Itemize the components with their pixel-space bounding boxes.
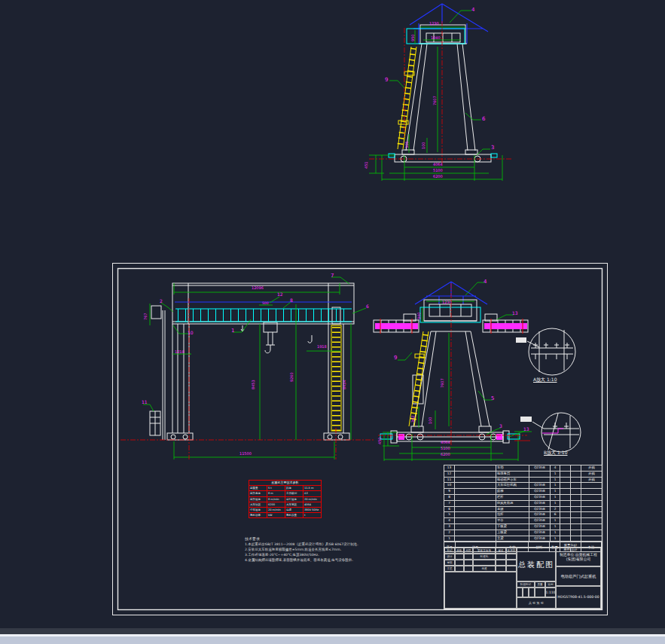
dim-label: 4064 <box>433 163 443 166</box>
dim-label: 1918 <box>317 345 327 349</box>
dim-label: 13 <box>523 427 529 432</box>
tb-mark-cell: 更改文件号 <box>473 548 496 554</box>
bom-row: 7防风夹轨器Q235B1 <box>444 500 602 506</box>
drawing-scale: 1:110 <box>545 588 556 597</box>
titleblock-area: 13车挡Q235B4外购12电缆卷筒1外购11电动葫芦小车1外购10大车运行机构… <box>444 465 602 609</box>
tech-spec-table: 起重机主要技术参数起重量5 t跨度11.5 m起升高度8 m工作级别A3起升速度… <box>249 480 322 518</box>
dim-label: 5100 <box>441 447 450 450</box>
tech-table-row: 起升速度8 m/min运行速度20 m/min <box>249 496 321 502</box>
cad-drawing-canvas: 4123095010409760761003053451406451006200… <box>0 0 665 644</box>
note-line: 4.金属结构焊后清除焊渣,表面除锈并涂底漆、面漆各两道,电气设备除外。 <box>245 557 395 563</box>
tech-table-row: 大车轨距6200大车基距4064 <box>249 502 321 507</box>
dim-label: 451 <box>365 161 368 169</box>
dim-label: 8453 <box>252 380 255 389</box>
tb-check: 审核 <box>444 560 455 566</box>
detail-b <box>514 413 581 452</box>
tb-mark-cell: 处数 <box>455 548 464 554</box>
bom-row: 3下横梁Q235B1 <box>444 523 602 530</box>
dim-label: 3 <box>499 424 502 429</box>
product-name: 电动葫芦门式起重机 <box>556 566 601 585</box>
bom-row: 2上横梁Q235B1 <box>444 530 602 536</box>
dim-label: 2 <box>160 299 163 304</box>
dim-label: 4 <box>471 8 474 13</box>
taskbar-strip <box>0 636 665 644</box>
dim-label: 8434 <box>343 380 346 389</box>
dim-label: 3 <box>491 145 494 151</box>
dim-label: 1 <box>231 328 234 334</box>
dim-label: 12 <box>277 292 283 297</box>
tb-mark-cell: 分区 <box>464 548 473 554</box>
tb-mark-cell: 标记 <box>444 548 455 554</box>
tb-stage: 阶段标记 <box>517 581 535 588</box>
bom-row: 5拉杆Q235B6 <box>444 512 602 518</box>
dim-label: 11500 <box>239 452 252 456</box>
company-name: 制造单位:自贡机械工程 (集团)有限公司 <box>556 548 601 566</box>
front-view-sheet <box>374 282 528 461</box>
tb-scale-label: 比例 <box>545 581 556 588</box>
dim-label: 4 <box>483 279 487 285</box>
tb-design: 设计 <box>444 554 455 560</box>
dim-label: 13 <box>512 311 518 316</box>
dim-label: 7607 <box>433 96 437 105</box>
dim-label: 8 <box>290 298 293 303</box>
dim-label: 100 <box>422 142 426 149</box>
ladder-main-view <box>331 325 341 431</box>
bom-table: 13车挡Q235B4外购12电缆卷筒1外购11电动葫芦小车1外购10大车运行机构… <box>444 465 602 542</box>
dim-label: B放大 1:10 <box>544 450 568 455</box>
tech-table-row: 起升高度8 m工作级别A3 <box>249 490 321 496</box>
bom-row: 9斜梯Q235B1 <box>444 489 602 495</box>
dim-label: 1040 <box>431 36 441 40</box>
dim-label: 5100 <box>433 169 443 172</box>
dim-label: 450 <box>378 437 382 444</box>
sheet-count: 共 张 第 张 <box>517 597 556 609</box>
dim-label: 950 <box>411 34 415 41</box>
drawing-title: 总装配图 <box>517 548 556 581</box>
dim-label: 1218 <box>175 350 185 354</box>
tb-mark-cell: 年月日 <box>506 548 517 554</box>
dim-label: 12096 <box>252 286 264 290</box>
bom-row: 1主梁Q235B1 <box>444 536 602 542</box>
status-bar-dark <box>0 628 665 634</box>
tech-table-row: 起重量5 t跨度11.5 m <box>249 485 321 490</box>
end-view-top <box>369 4 512 181</box>
dim-label: 1230 <box>429 22 439 26</box>
bom-row: 6支腿Q235B2 <box>444 506 602 512</box>
tech-table-row: 小车速度20 m/min电源380V 50Hz <box>249 507 321 512</box>
bom-row: 11电动葫芦小车1外购 <box>444 477 602 483</box>
dim-label: 305 <box>405 141 409 148</box>
tech-table-row: 整机功率kW整机质量t <box>249 512 321 517</box>
dim-label: 7607 <box>441 378 444 388</box>
dim-label: 5 <box>491 396 494 401</box>
notes-title: 技术要求 <box>245 536 395 542</box>
dim-label: 9 <box>394 356 397 361</box>
dim-label: 500 <box>262 302 269 306</box>
note-line: 3.工作环境温度-20℃~+40℃,电源380V/50Hz。 <box>245 552 395 557</box>
dim-label: 9260 <box>290 372 294 382</box>
note-line: 1.本起重机按GB/T 3811—2008《起重机设计规范》及GB 6067设计… <box>245 542 395 547</box>
bom-row: 10大车运行机构Q235B1 <box>444 483 602 489</box>
dim-label: 302 <box>411 415 415 423</box>
dim-label: 6200 <box>433 175 443 179</box>
technical-notes: 技术要求 1.本起重机按GB/T 3811—2008《起重机设计规范》及GB 6… <box>245 536 395 563</box>
tb-approve: 批准 <box>473 566 496 572</box>
dim-label: A放大 1:10 <box>533 377 557 382</box>
dim-label: 767 <box>144 313 148 320</box>
dim-label: 1230 <box>442 301 452 304</box>
dim-label: 10 <box>188 331 194 335</box>
tb-process: 工艺 <box>444 566 455 572</box>
dim-label: 940 <box>417 312 421 319</box>
dim-label: 6 <box>366 304 369 309</box>
bom-row: 8栏杆Q235B1 <box>444 494 602 500</box>
drawing-number: MDG5T908-41.5-000-00 <box>556 586 601 609</box>
dim-label: 7 <box>331 273 334 279</box>
tb-mass: 质量 <box>535 581 545 588</box>
dim-label: 6 <box>482 117 485 122</box>
dim-label: 4064 <box>441 441 450 444</box>
bom-row: 12电缆卷筒1外购 <box>444 471 602 477</box>
tb-standard: 标准化 <box>473 554 496 560</box>
bom-row: 13车挡Q235B4外购 <box>444 465 602 472</box>
dim-label: 9 <box>385 78 388 83</box>
titleblock-marks-row: 标记处数分区更改文件号签名年月日 <box>444 548 517 554</box>
dim-label: 11 <box>142 400 148 404</box>
tb-mark-cell: 签名 <box>496 548 506 554</box>
